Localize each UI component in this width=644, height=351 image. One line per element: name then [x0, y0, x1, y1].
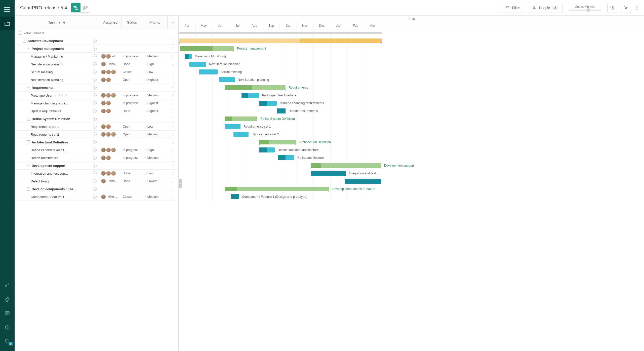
menu-toggle[interactable] — [0, 3, 15, 16]
more-menu[interactable] — [634, 6, 639, 10]
gantt-bar[interactable]: Requirements set 2 — [233, 132, 249, 137]
collapse-icon[interactable]: − — [27, 117, 30, 121]
table-row[interactable]: −Software Development — [15, 37, 178, 45]
info-icon[interactable] — [93, 195, 97, 199]
cell-priority[interactable]: ↑High — [142, 62, 167, 66]
table-row[interactable]: Component / Feature 1 …Mike …Closed↑Medi… — [15, 193, 178, 201]
cell-priority[interactable]: ↓Low — [142, 125, 167, 129]
collapse-icon[interactable]: − — [27, 86, 30, 89]
zoom-slider[interactable] — [569, 10, 601, 11]
table-row[interactable]: −Develop components / Fea… — [15, 185, 178, 193]
row-menu[interactable] — [167, 141, 178, 144]
cell-status[interactable]: In progress — [122, 101, 142, 105]
view-gantt[interactable] — [71, 3, 80, 12]
row-menu[interactable] — [167, 102, 178, 105]
row-menu[interactable] — [167, 70, 178, 74]
info-icon[interactable] — [93, 187, 97, 191]
collapse-icon[interactable]: − — [23, 39, 26, 43]
sidebar-attachments[interactable] — [0, 293, 15, 306]
cell-status[interactable]: In progress — [122, 55, 142, 58]
cell-status[interactable]: Open — [122, 78, 142, 82]
history-button[interactable] — [607, 3, 617, 13]
info-icon[interactable] — [93, 70, 97, 74]
gantt-bar[interactable]: Refine System Definition — [225, 116, 257, 121]
row-menu[interactable] — [167, 180, 178, 183]
cell-status[interactable]: Open — [122, 133, 142, 136]
table-row[interactable]: Manage changing requi…In progress↑Highes… — [15, 99, 178, 107]
table-row[interactable]: −Development support — [15, 162, 178, 170]
table-row[interactable]: Next iteration planningDebo…Done↑High — [15, 60, 178, 68]
table-row[interactable]: Define candidate archit…In progress↑High — [15, 146, 178, 154]
add-column-button[interactable]: + — [168, 16, 178, 29]
cell-assigned[interactable] — [99, 100, 122, 106]
info-icon[interactable] — [93, 86, 97, 90]
gantt-chart[interactable]: ◂ 2018 AprMayJunJulAugSepOctNovDecJanFeb… — [179, 16, 644, 351]
cell-assigned[interactable] — [99, 147, 122, 153]
cell-assigned[interactable]: +2 — [99, 54, 122, 59]
info-icon[interactable] — [93, 132, 97, 136]
cell-priority[interactable]: ↓Low — [142, 172, 167, 175]
collapse-icon[interactable]: − — [27, 140, 30, 144]
gantt-bar[interactable]: Next iteration planning — [219, 77, 235, 82]
table-row[interactable]: Requirements set 1Open↓Low — [15, 123, 178, 131]
collapse-icon[interactable]: − — [27, 47, 30, 50]
row-menu[interactable] — [167, 125, 178, 128]
row-menu[interactable] — [167, 133, 178, 136]
info-icon[interactable] — [93, 179, 97, 183]
gantt-bar[interactable] — [179, 38, 382, 43]
row-menu[interactable] — [167, 195, 178, 199]
table-row[interactable]: Refine architectureIn progress↑Medium — [15, 154, 178, 162]
cell-status[interactable]: In progress — [122, 156, 142, 160]
cell-priority[interactable]: ↑Medium — [142, 133, 167, 136]
sidebar-projects[interactable] — [0, 17, 15, 30]
collapse-icon[interactable]: − — [27, 187, 30, 191]
table-row[interactable]: −Project management — [15, 45, 178, 53]
info-icon[interactable] — [93, 93, 97, 97]
cell-priority[interactable]: ↑Medium — [142, 55, 167, 58]
cell-status[interactable]: Closed — [122, 195, 142, 199]
info-icon[interactable] — [93, 164, 97, 168]
collapse-icon[interactable]: − — [19, 31, 22, 35]
col-task-name[interactable]: Task name — [15, 16, 99, 29]
row-menu[interactable] — [167, 94, 178, 97]
cell-assigned[interactable] — [99, 69, 122, 75]
sidebar-notifications[interactable]: 8 — [0, 335, 15, 348]
gantt-bar[interactable]: Update reqiurements — [277, 108, 286, 113]
info-icon[interactable] — [93, 101, 97, 105]
view-board[interactable] — [80, 3, 90, 12]
cell-assigned[interactable]: Debo… — [99, 61, 122, 67]
people-button[interactable]: People 5 — [528, 3, 562, 13]
row-menu[interactable] — [167, 55, 178, 58]
row-total-estimate[interactable]: − Total Estimate — [15, 29, 178, 37]
zoom-thumb[interactable] — [587, 8, 590, 12]
info-icon[interactable] — [93, 62, 97, 66]
gantt-bar[interactable]: Prototype User Interface — [242, 93, 259, 98]
cell-assigned[interactable]: Mike … — [99, 194, 122, 200]
gantt-bar[interactable]: Develop components / Feature — [225, 187, 329, 191]
info-icon[interactable] — [93, 117, 97, 121]
table-row[interactable]: Prototype User …In progress↑Medium — [15, 92, 178, 99]
gantt-bar[interactable]: Component / Feature 1 (Design and protot… — [231, 194, 239, 199]
row-menu[interactable] — [167, 78, 178, 82]
table-row[interactable]: Integration and test sup…Done↓Low — [15, 170, 178, 177]
gantt-bar[interactable]: Next iteration planning — [189, 62, 206, 67]
cell-assigned[interactable] — [99, 155, 122, 161]
collapse-icon[interactable]: − — [27, 164, 30, 167]
info-icon[interactable] — [93, 125, 97, 129]
cell-status[interactable]: In progress — [122, 94, 142, 97]
col-priority[interactable]: Priority — [142, 16, 168, 29]
row-menu[interactable] — [167, 86, 178, 89]
gantt-bar[interactable]: Requirements set 1 — [225, 124, 240, 129]
cell-priority[interactable]: ↓Lowest — [142, 179, 167, 183]
cell-priority[interactable]: ↑Medium — [142, 156, 167, 160]
cell-status[interactable]: In progress — [122, 148, 142, 152]
gantt-bar[interactable]: Requirements — [225, 85, 286, 90]
table-row[interactable]: Requirements set 2Open↑Medium — [15, 131, 178, 138]
row-menu[interactable] — [167, 109, 178, 113]
gantt-bar[interactable]: Development support — [311, 163, 381, 168]
cell-assigned[interactable] — [99, 77, 122, 83]
sidebar-layers[interactable] — [0, 321, 15, 334]
row-menu[interactable] — [167, 39, 178, 43]
info-icon[interactable] — [93, 156, 97, 160]
cell-assigned[interactable] — [99, 132, 122, 137]
